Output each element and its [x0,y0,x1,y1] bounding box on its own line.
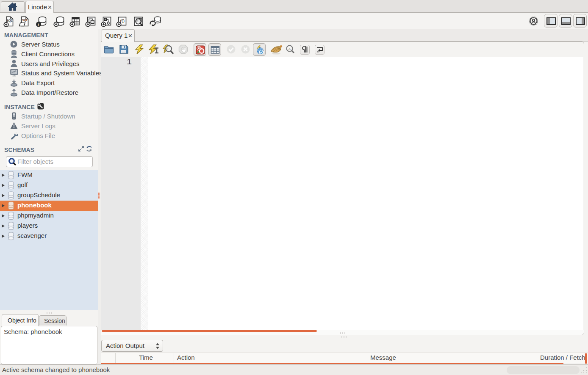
svg-text:SQL: SQL [22,19,28,22]
svg-text:i: i [38,22,39,27]
svg-text:SQL: SQL [7,19,12,22]
svg-text:(): () [122,18,125,23]
